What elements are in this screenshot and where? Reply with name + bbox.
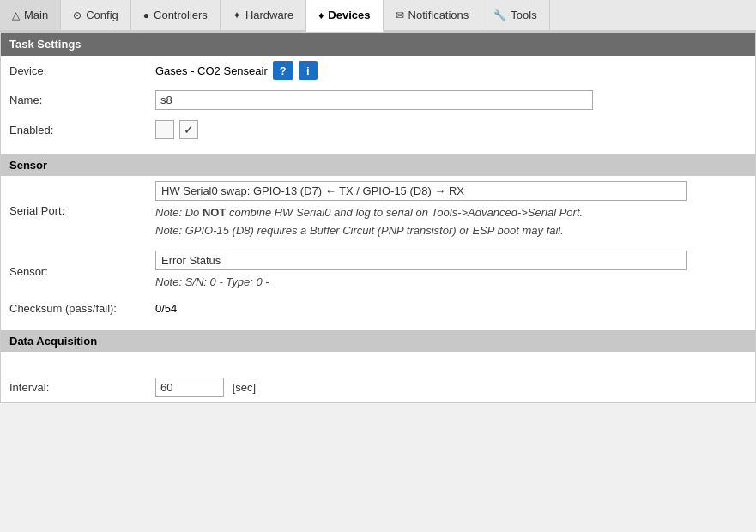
interval-input[interactable] [155,378,224,397]
checksum-value: 0/54 [155,302,177,315]
nav-label-main: Main [24,9,48,21]
device-row-content: Gases - CO2 Senseair ? i [155,61,747,80]
note1-text: Note: Do NOT combine HW Serial0 and log … [155,203,583,222]
nav-item-config[interactable]: ⊙ Config [61,0,131,30]
form-table: Device: Gases - CO2 Senseair ? i Name: E… [1,56,755,402]
task-settings-header: Task Settings [1,33,755,56]
note1-pre: Note: Do [155,206,203,219]
nav-item-tools[interactable]: 🔧 Tools [481,0,549,30]
enabled-row: Enabled: [1,115,755,144]
spacer-row-4 [1,362,755,372]
sensor-section-row: Sensor [1,154,755,176]
nav-label-notifications: Notifications [408,9,469,21]
serial-port-row: Serial Port: HW Serial0 swap: GPIO-13 (D… [1,176,755,245]
name-label: Name: [1,85,147,115]
main-content: Task Settings Device: Gases - CO2 Sensea… [0,32,756,403]
nav-label-config: Config [86,9,118,21]
checksum-row: Checksum (pass/fail): 0/54 [1,297,755,320]
note1-container: Note: Do NOT combine HW Serial0 and log … [155,201,747,219]
serial-port-label: Serial Port: [1,176,147,245]
sensor-label: Sensor: [1,245,147,297]
note2-text: Note: GPIO-15 (D8) requires a Buffer Cir… [155,221,564,240]
nav-item-main[interactable]: △ Main [0,0,61,30]
sensor-section-header: Sensor [1,154,755,176]
interval-cell: [sec] [147,372,755,402]
serial-port-cell: HW Serial0 swap: GPIO-13 (D7) ← TX / GPI… [147,176,755,245]
nav-label-tools: Tools [511,9,536,21]
spacer-row-3 [1,352,755,362]
nav-label-controllers: Controllers [154,9,208,21]
note2-container: Note: GPIO-15 (D8) requires a Buffer Cir… [155,219,747,240]
devices-icon: ♦ [318,9,324,21]
enabled-checkbox-area [155,120,747,139]
nav-item-devices[interactable]: ♦ Devices [306,0,383,32]
device-label: Device: [1,56,147,85]
data-acquisition-section-header: Data Acquisition [1,330,755,352]
device-value: Gases - CO2 Senseair [155,64,268,77]
interval-row: Interval: [sec] [1,372,755,402]
main-icon: △ [12,9,20,21]
device-row: Device: Gases - CO2 Senseair ? i [1,56,755,85]
device-value-cell: Gases - CO2 Senseair ? i [147,56,755,85]
name-input-cell [147,85,755,115]
data-acquisition-section-row: Data Acquisition [1,330,755,352]
checksum-cell: 0/54 [147,297,755,320]
enabled-checkbox-checked[interactable] [179,120,198,139]
info-button[interactable]: i [299,61,318,80]
enabled-cell [147,115,755,144]
hardware-icon: ✦ [233,9,241,21]
nav-item-notifications[interactable]: ✉ Notifications [384,0,482,30]
nav-label-hardware: Hardware [245,9,293,21]
interval-unit: [sec] [233,381,256,394]
sensor-value: Error Status [155,251,687,270]
serial-port-value: HW Serial0 swap: GPIO-13 (D7) ← TX / GPI… [155,181,687,201]
checksum-label: Checksum (pass/fail): [1,297,147,320]
enabled-label: Enabled: [1,115,147,144]
nav-item-controllers[interactable]: ● Controllers [131,0,221,30]
note3-text: Note: S/N: 0 - Type: 0 - [155,272,269,292]
name-row: Name: [1,85,755,115]
note1-bold: NOT [203,206,226,219]
note1-post: combine HW Serial0 and log to serial on … [226,206,583,219]
question-button[interactable]: ? [273,61,293,80]
notifications-icon: ✉ [396,9,404,21]
controllers-icon: ● [143,9,149,21]
name-input[interactable] [155,90,593,110]
sensor-row: Sensor: Error Status Note: S/N: 0 - Type… [1,245,755,297]
interval-label: Interval: [1,372,147,402]
note3-container: Note: S/N: 0 - Type: 0 - [155,270,747,292]
nav-label-devices: Devices [328,9,370,21]
config-icon: ⊙ [73,9,82,21]
nav-item-hardware[interactable]: ✦ Hardware [221,0,306,30]
enabled-checkbox-unchecked[interactable] [155,120,174,139]
spacer-row-1 [1,144,755,154]
tools-icon: 🔧 [493,9,506,21]
nav-bar: △ Main ⊙ Config ● Controllers ✦ Hardware… [0,0,756,32]
spacer-row-2 [1,320,755,330]
sensor-cell: Error Status Note: S/N: 0 - Type: 0 - [147,245,755,297]
